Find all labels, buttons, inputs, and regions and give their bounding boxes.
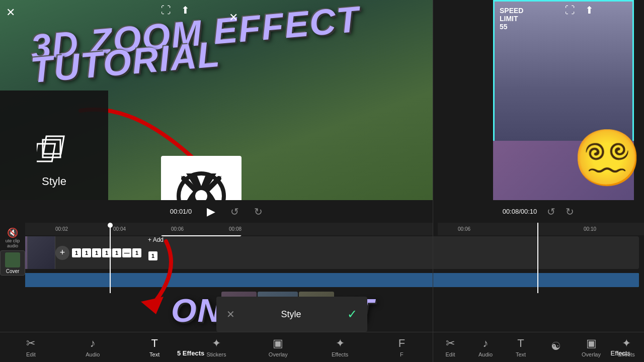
cover-button[interactable]: Cover — [0, 250, 25, 276]
overlay-icon: ▣ — [273, 337, 283, 350]
right-text-icon: T — [517, 337, 524, 350]
text-label: Text — [149, 351, 159, 357]
speed-limit-text: SPEEDLIMIT55 — [500, 7, 523, 31]
upload-left-icon[interactable]: ⬆ — [181, 4, 190, 16]
badge-2: 1 — [82, 248, 91, 257]
nav-effects[interactable]: ✦ Effects — [325, 337, 355, 357]
panel-separator — [433, 0, 433, 362]
cover-label: Cover — [6, 268, 20, 274]
add-right-button[interactable]: + — [55, 246, 69, 260]
time-left: 00:01/0 — [170, 208, 192, 215]
right-overlay-icon: ▣ — [586, 337, 597, 350]
playhead-top — [108, 223, 113, 228]
nav-right-overlay[interactable]: ▣ Overlay — [576, 337, 606, 357]
play-button-left[interactable]: ▶ — [207, 205, 215, 218]
effects-right-label: Effects — [610, 349, 630, 357]
nav-edit[interactable]: ✂ Edit — [16, 337, 46, 357]
ruler-right-10: 00:10 — [584, 226, 596, 232]
style-cancel-icon[interactable]: ✕ — [226, 308, 235, 320]
style-label: Style — [42, 175, 66, 188]
right-overlay-label: Overlay — [582, 351, 601, 357]
playback-bar-right: 00:08/00:10 ↺ ↻ — [433, 200, 644, 223]
badge-1: 1 — [72, 248, 81, 257]
timeline-ruler-right: 00:06 00:10 — [438, 223, 644, 235]
playhead-right — [537, 223, 538, 293]
top-controls-left: ⛶ ⬆ — [161, 4, 190, 16]
mute-label: ute clip — [6, 238, 20, 243]
time-right: 00:08/00:10 — [503, 208, 537, 215]
style-popup-label: Style — [281, 309, 301, 320]
emoji-overlay: 😵‍💫 — [573, 126, 641, 191]
undo-button-left[interactable]: ↺ — [230, 206, 239, 218]
redo-button-left[interactable]: ↻ — [254, 206, 263, 218]
left-toolbar: 🔇 ute clip audio Cover — [0, 223, 25, 323]
nav-right-edit[interactable]: ✂ Edit — [435, 337, 465, 357]
right-clip-2[interactable] — [28, 236, 55, 269]
close-button[interactable]: ✕ — [6, 6, 15, 19]
f-label: F — [400, 351, 404, 357]
effects-icon: ✦ — [336, 337, 345, 350]
audio-nav-label: Audio — [86, 351, 100, 357]
stickers-icon: ✦ — [212, 337, 221, 350]
audio-icon: ♪ — [90, 337, 96, 350]
right-effects-icon: ✦ — [622, 337, 631, 350]
overlay-label: Overlay — [269, 351, 288, 357]
cube-icon — [37, 134, 72, 169]
text-icon: T — [151, 337, 157, 350]
title-overlay: 3D ZOOM EFFECT TUTORIAL — [30, 15, 403, 80]
cover-thumbnail — [5, 252, 20, 267]
right-edit-icon: ✂ — [446, 337, 455, 350]
nav-text[interactable]: T Text — [139, 337, 170, 357]
right-edit-label: Edit — [446, 351, 455, 357]
svg-rect-2 — [37, 144, 55, 161]
bottom-nav-right: ✂ Edit ♪ Audio T Text ☯ ▣ Overlay ✦ Effe… — [433, 332, 644, 362]
effects-label: Effects — [332, 351, 348, 357]
right-audio-label: Audio — [478, 351, 493, 357]
preview-close-button[interactable]: ✕ — [229, 11, 238, 24]
audio-label: audio — [7, 243, 18, 248]
playback-bar-left: 00:01/0 ▶ ↺ ↻ — [0, 200, 433, 223]
mute-clip-button[interactable]: 🔇 ute clip audio — [3, 228, 23, 248]
expand-left-icon[interactable]: ⛶ — [161, 5, 171, 16]
edit-label: Edit — [26, 351, 36, 357]
expand-right-icon[interactable]: ⛶ — [565, 5, 575, 16]
edit-icon: ✂ — [26, 337, 35, 350]
nav-f[interactable]: F F — [386, 337, 417, 357]
redo-button-right[interactable]: ↻ — [566, 206, 574, 218]
f-icon: F — [398, 337, 405, 350]
effects-count-label: 5 Effects — [177, 349, 204, 357]
style-popup: ✕ Style ✓ — [216, 297, 367, 332]
nav-right-color[interactable]: ☯ — [541, 340, 571, 354]
right-text-label: Text — [516, 351, 526, 357]
top-controls-right: ⛶ ⬆ — [565, 4, 594, 16]
ruler-right-06: 00:06 — [458, 226, 470, 232]
style-confirm-button[interactable]: ✓ — [347, 307, 357, 321]
stickers-label: Stickers — [206, 351, 226, 357]
right-audio-icon: ♪ — [483, 337, 489, 350]
ruler-mark-02: 00:02 — [55, 226, 68, 232]
bottom-nav-left: ✂ Edit ♪ Audio T Text ✦ Stickers ▣ Overl… — [0, 332, 433, 362]
nav-overlay[interactable]: ▣ Overlay — [263, 337, 293, 357]
upload-right-icon[interactable]: ⬆ — [585, 4, 594, 16]
nav-audio[interactable]: ♪ Audio — [77, 337, 108, 357]
undo-button-right[interactable]: ↺ — [547, 206, 555, 218]
right-color-icon: ☯ — [551, 340, 561, 353]
nav-stickers[interactable]: ✦ Stickers — [201, 337, 231, 357]
svg-marker-8 — [141, 297, 164, 314]
nav-right-audio[interactable]: ♪ Audio — [470, 337, 501, 357]
nav-right-text[interactable]: T Text — [506, 337, 536, 357]
